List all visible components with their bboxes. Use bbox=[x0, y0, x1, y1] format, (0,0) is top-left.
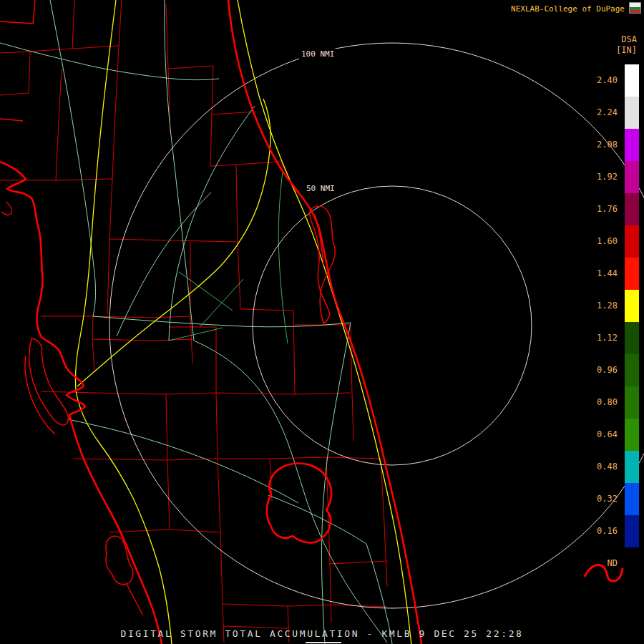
colorbar-label: ND bbox=[587, 547, 618, 580]
colorbar-swatch bbox=[625, 64, 639, 97]
colorbar-label: 1.76 bbox=[587, 193, 618, 225]
colorbar-label: 1.92 bbox=[587, 161, 618, 193]
colorbar-label: 0.64 bbox=[587, 419, 618, 451]
colorbar-swatch bbox=[625, 193, 639, 225]
colorbar-swatch bbox=[625, 386, 639, 419]
colorbar-swatch bbox=[625, 97, 639, 129]
interstate-75 bbox=[75, 0, 172, 644]
colorbar-row: 1.60 bbox=[587, 225, 639, 258]
colorbar-label: 1.28 bbox=[587, 290, 618, 322]
merritt-island-lagoon bbox=[310, 206, 335, 323]
tampa-bay-barrier-islands bbox=[1, 202, 68, 434]
colorbar-label: 1.12 bbox=[587, 322, 618, 354]
colorbar-row: 1.76 bbox=[587, 193, 639, 225]
border-tick bbox=[306, 642, 341, 643]
county-borders-layer bbox=[0, 0, 387, 643]
colorbar-label: 0.32 bbox=[587, 483, 618, 515]
colorbar-row: 2.08 bbox=[587, 129, 639, 161]
charlotte-harbor bbox=[106, 536, 143, 615]
colorbar-row: 0.48 bbox=[587, 451, 639, 483]
product-units: [IN] bbox=[616, 45, 637, 55]
colorbar-row: 1.92 bbox=[587, 161, 639, 193]
ring-50nmi bbox=[253, 186, 532, 465]
colorbar-swatch bbox=[625, 258, 639, 290]
colorbar-row: 1.28 bbox=[587, 290, 639, 322]
colorbar-swatch bbox=[625, 322, 639, 354]
roads-layer bbox=[0, 0, 392, 644]
product-caption: DIGITAL STORM TOTAL ACCUMULATION - KMLB … bbox=[0, 628, 644, 639]
colorbar-label: 0.16 bbox=[587, 515, 618, 547]
colorbar-row: 2.24 bbox=[587, 97, 639, 129]
colorbar-row: 0.80 bbox=[587, 386, 639, 419]
ring-100nmi bbox=[109, 43, 644, 608]
colorbar-row: 0.96 bbox=[587, 354, 639, 386]
colorbar-label: 1.44 bbox=[587, 258, 618, 290]
range-rings bbox=[109, 43, 644, 608]
colorbar-row: 1.12 bbox=[587, 322, 639, 354]
brand-text: NEXLAB-College of DuPage bbox=[511, 4, 625, 14]
coastline-layer bbox=[0, 0, 623, 644]
colorbar-row: ND bbox=[587, 547, 639, 580]
colorbar-row: 0.16 bbox=[587, 515, 639, 547]
colorbar-swatch bbox=[625, 419, 639, 451]
product-code: DSA bbox=[621, 34, 637, 44]
colorbar-label: 0.48 bbox=[587, 451, 618, 483]
colorbar-label: 1.60 bbox=[587, 225, 618, 258]
colorbar-label: 0.80 bbox=[587, 386, 618, 419]
college-of-dupage-logo-icon bbox=[629, 2, 641, 14]
west-coastline bbox=[0, 162, 162, 644]
colorbar-swatch bbox=[625, 515, 639, 547]
colorbar-row: 0.64 bbox=[587, 419, 639, 451]
colorbar-label: 2.40 bbox=[587, 64, 618, 97]
colorbar-label: 0.96 bbox=[587, 354, 618, 386]
colorbar-swatch bbox=[625, 547, 639, 580]
radar-display: 100 NMI 50 NMI NEXLAB-College of DuPage … bbox=[0, 0, 644, 644]
colorbar-row: 1.44 bbox=[587, 258, 639, 290]
ring-label-100nmi: 100 NMI bbox=[299, 49, 336, 59]
colorbar: 2.402.242.081.921.761.601.441.281.120.96… bbox=[587, 64, 639, 580]
colorbar-swatch bbox=[625, 129, 639, 161]
colorbar-label: 2.08 bbox=[587, 129, 618, 161]
colorbar-swatch bbox=[625, 290, 639, 322]
colorbar-swatch bbox=[625, 225, 639, 258]
colorbar-row: 2.40 bbox=[587, 64, 639, 97]
colorbar-swatch bbox=[625, 354, 639, 386]
ring-label-50nmi: 50 NMI bbox=[304, 183, 337, 194]
colorbar-swatch bbox=[625, 451, 639, 483]
interstate-4 bbox=[77, 99, 270, 386]
colorbar-row: 0.32 bbox=[587, 483, 639, 515]
colorbar-label: 2.24 bbox=[587, 97, 618, 129]
map-canvas bbox=[0, 0, 644, 644]
colorbar-swatch bbox=[625, 483, 639, 515]
colorbar-swatch bbox=[625, 161, 639, 193]
